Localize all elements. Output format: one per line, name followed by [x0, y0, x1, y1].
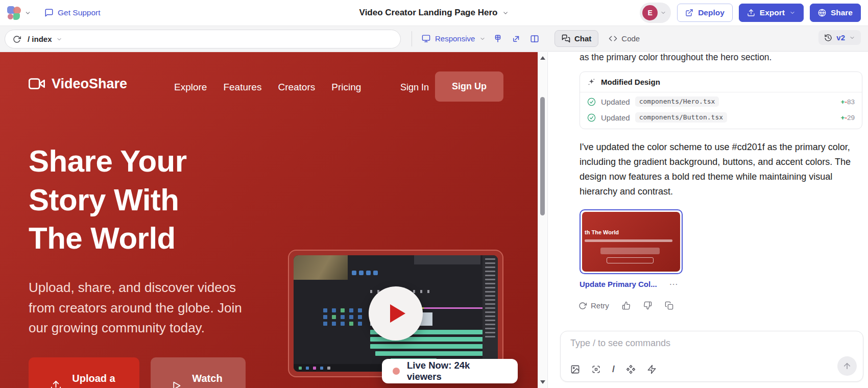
previous-message-tail: as the primary color throughout the hero…	[580, 52, 771, 63]
open-in-new-tab-icon[interactable]	[512, 34, 521, 43]
copy-icon	[665, 301, 673, 310]
slash-command-icon[interactable]: /	[612, 364, 615, 375]
file-action: Updated	[601, 98, 630, 106]
chevron-down-icon	[660, 10, 666, 16]
upload-video-button[interactable]: Upload a Video	[29, 357, 139, 388]
url-bar[interactable]: / index	[5, 30, 401, 48]
thumbs-up-icon	[622, 301, 631, 310]
chevron-down-icon	[502, 10, 509, 16]
more-options-icon[interactable]: ...	[669, 277, 678, 287]
thumbs-up-button[interactable]	[622, 301, 631, 310]
chevron-down-icon	[25, 10, 31, 16]
live-now-label: Live Now: 24k viewers	[407, 360, 507, 382]
play-button[interactable]	[369, 286, 423, 341]
attach-image-icon[interactable]	[570, 365, 580, 374]
component-inspector-icon[interactable]	[493, 34, 502, 43]
hero-video-card	[288, 250, 503, 377]
external-link-icon	[685, 9, 693, 17]
hero-nav-pricing[interactable]: Pricing	[331, 82, 361, 93]
hero-brand[interactable]: VideoShare	[29, 76, 127, 92]
topbar-actions: E Deploy Export	[640, 3, 861, 23]
hero-nav-creators[interactable]: Creators	[278, 82, 315, 93]
thumbs-down-button[interactable]	[643, 301, 652, 310]
upload-icon	[747, 9, 755, 17]
split-view-icon[interactable]	[530, 34, 539, 43]
retry-button[interactable]: Retry	[578, 301, 609, 310]
export-label: Export	[760, 8, 785, 17]
device-mode-selector[interactable]: Responsive	[422, 26, 486, 51]
chevron-down-icon	[789, 10, 795, 16]
lightning-icon[interactable]	[647, 365, 657, 374]
avatar: E	[642, 5, 658, 20]
chat-panel: as the primary color throughout the hero…	[547, 52, 868, 388]
hero-brand-name: VideoShare	[52, 76, 127, 92]
thumbs-down-icon	[643, 301, 652, 310]
tab-chat[interactable]: Chat	[554, 30, 598, 47]
send-button[interactable]	[837, 356, 857, 376]
composer-toolbar: /	[570, 364, 657, 375]
file-action: Updated	[601, 113, 630, 122]
chat-tab-label: Chat	[574, 34, 591, 43]
integrations-icon[interactable]	[626, 365, 636, 374]
play-outline-icon	[171, 380, 182, 388]
live-now-badge: Live Now: 24k viewers	[382, 359, 518, 383]
scrollbar-thumb[interactable]	[540, 97, 545, 215]
version-thumbnail-label[interactable]: Update Primary Col...	[580, 280, 657, 288]
upload-icon	[50, 380, 62, 388]
file-path-chip: components/Button.tsx	[635, 112, 727, 123]
chevron-down-icon	[56, 36, 62, 42]
toolbar-icon-group	[493, 26, 539, 51]
assistant-message: I've updated the color scheme to use #cd…	[580, 140, 865, 200]
diff-count: +-29	[841, 114, 855, 122]
copy-button[interactable]	[665, 301, 673, 310]
preview-canvas: VideoShare Explore Features Creators Pri…	[0, 52, 538, 388]
chat-composer[interactable]: /	[560, 331, 863, 382]
watch-now-label: Watch Now	[189, 372, 225, 388]
share-button[interactable]: Share	[810, 4, 861, 22]
get-support-button[interactable]: Get Support	[44, 8, 101, 17]
check-circle-icon	[587, 113, 596, 122]
panel-tabs: Chat Code	[554, 26, 640, 51]
version-thumbnail[interactable]: th The World	[580, 209, 683, 274]
modified-design-title: Modified Design	[601, 78, 660, 86]
hero-nav-features[interactable]: Features	[223, 82, 261, 93]
video-editor-mock-image	[294, 255, 498, 372]
export-button[interactable]: Export	[739, 4, 804, 22]
scroll-up-arrow-icon[interactable]	[540, 56, 545, 60]
modified-design-card: Modified Design Updated components/Hero.…	[580, 71, 862, 129]
chevron-down-icon	[479, 36, 486, 42]
diff-count: +-83	[841, 98, 855, 106]
watch-now-button[interactable]: Watch Now	[151, 357, 246, 388]
version-thumbnail-preview: th The World	[582, 212, 680, 272]
hero-nav: Explore Features Creators Pricing	[174, 82, 361, 93]
toolbar-divider	[412, 31, 412, 46]
history-icon	[824, 34, 832, 42]
upload-video-label: Upload a Video	[69, 372, 118, 388]
sign-up-button[interactable]: Sign Up	[435, 71, 503, 102]
tab-code[interactable]: Code	[609, 34, 640, 43]
deploy-label: Deploy	[698, 8, 725, 17]
project-title-menu[interactable]: Video Creator Landing Page Hero	[359, 8, 509, 18]
live-dot-icon	[393, 368, 400, 375]
select-region-icon[interactable]	[591, 365, 601, 374]
file-path-chip: components/Hero.tsx	[635, 96, 719, 107]
sign-in-link[interactable]: Sign In	[400, 82, 429, 93]
code-tab-label: Code	[621, 34, 640, 43]
file-change-row[interactable]: Updated components/Hero.tsx +-83	[580, 92, 862, 111]
globe-icon	[818, 9, 826, 17]
route-path: / index	[28, 35, 52, 43]
deploy-button[interactable]: Deploy	[677, 4, 733, 22]
top-bar: Get Support Video Creator Landing Page H…	[0, 0, 868, 26]
version-selector[interactable]: v2	[818, 30, 861, 45]
hero-nav-explore[interactable]: Explore	[174, 82, 207, 93]
chat-input[interactable]	[570, 338, 815, 349]
check-circle-icon	[587, 98, 596, 106]
file-change-row[interactable]: Updated components/Button.tsx +-29	[580, 111, 862, 129]
preview-scrollbar[interactable]	[538, 52, 547, 388]
refresh-icon[interactable]	[13, 35, 21, 43]
route-selector[interactable]: / index	[28, 35, 62, 43]
workspace-switcher[interactable]	[7, 6, 31, 20]
scroll-down-arrow-icon[interactable]	[540, 380, 545, 384]
sign-up-label: Sign Up	[452, 81, 487, 92]
account-menu[interactable]: E	[640, 3, 671, 23]
